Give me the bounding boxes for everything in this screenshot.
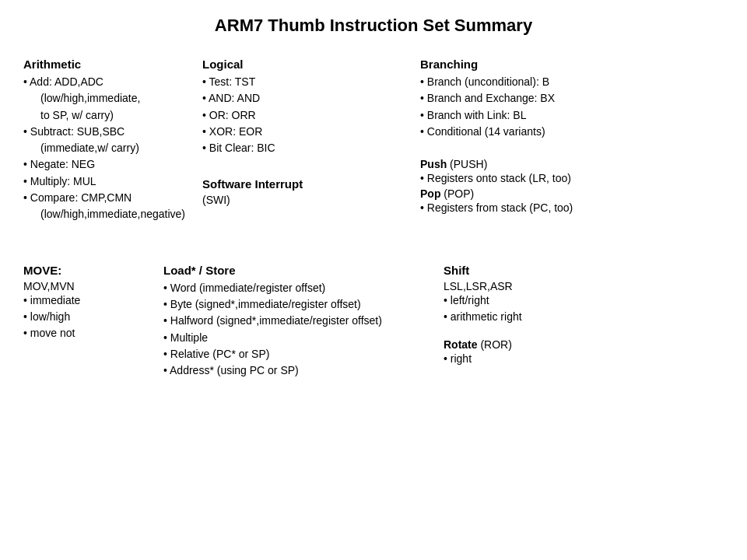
list-item: left/right — [444, 292, 677, 308]
page-title: ARM7 Thumb Instruction Set Summary — [23, 16, 724, 36]
list-item: Add: ADD,ADC — [23, 74, 187, 89]
list-item: Conditional (14 variants) — [420, 124, 685, 139]
list-item: Halfword (signed*,immediate/register off… — [163, 313, 428, 328]
rotate-list: right — [444, 351, 677, 366]
list-item: move not — [23, 325, 148, 341]
list-item: AND: AND — [202, 90, 405, 106]
list-item: Bit Clear: BIC — [202, 140, 405, 156]
rotate-bold: Rotate — [444, 338, 478, 351]
branching-heading: Branching — [420, 58, 685, 71]
pop-bold: Pop — [420, 187, 440, 200]
move-section: MOVE: MOV,MVN immediate low/high move no… — [23, 264, 148, 380]
shift-rotate-col: Shift LSL,LSR,ASR left/right arithmetic … — [444, 264, 677, 380]
list-item: Compare: CMP,CMN — [23, 190, 187, 205]
list-item: right — [444, 351, 677, 366]
load-store-list: Word (immediate/register offset) Byte (s… — [163, 280, 428, 379]
list-item: XOR: EOR — [202, 124, 405, 139]
rotate-heading-line: Rotate (ROR) — [444, 338, 677, 351]
list-item: immediate — [23, 292, 148, 308]
push-pop-section: Push (PUSH) Registers onto stack (LR, to… — [420, 158, 685, 216]
push-heading-line: Push (PUSH) — [420, 158, 685, 170]
list-item: (low/high,immediate,negative) — [23, 206, 187, 222]
top-grid: Arithmetic Add: ADD,ADC (low/high,immedi… — [23, 58, 724, 242]
list-item: Registers onto stack (LR, too) — [420, 170, 685, 186]
move-list: immediate low/high move not — [23, 292, 148, 341]
list-item: Branch (unconditional): B — [420, 74, 685, 89]
shift-heading: Shift — [444, 264, 677, 277]
list-item: Branch with Link: BL — [420, 107, 685, 123]
shift-section: Shift LSL,LSR,ASR left/right arithmetic … — [444, 264, 677, 325]
list-item: OR: ORR — [202, 107, 405, 123]
list-item: Relative (PC* or SP) — [163, 346, 428, 362]
pop-heading-line: Pop (POP) — [420, 187, 685, 200]
push-paren: (PUSH) — [447, 158, 487, 170]
load-store-heading: Load* / Store — [163, 264, 428, 277]
arithmetic-heading: Arithmetic — [23, 58, 187, 71]
logical-section: Logical Test: TST AND: AND OR: ORR XOR: … — [202, 58, 405, 156]
list-item: Multiply: MUL — [23, 173, 187, 189]
move-heading: MOVE: — [23, 264, 148, 277]
list-item: arithmetic right — [444, 309, 677, 324]
logical-heading: Logical — [202, 58, 405, 71]
list-item: Registers from stack (PC, too) — [420, 200, 685, 215]
software-interrupt-section: Software Interrupt (SWI) — [202, 177, 405, 206]
list-item: Negate: NEG — [23, 156, 187, 172]
shift-line1: LSL,LSR,ASR — [444, 280, 677, 292]
rotate-paren: (ROR) — [478, 338, 512, 351]
list-item: Word (immediate/register offset) — [163, 280, 428, 296]
pop-paren: (POP) — [440, 187, 474, 200]
swi-heading: Software Interrupt — [202, 177, 405, 191]
logical-list: Test: TST AND: AND OR: ORR XOR: EOR Bit … — [202, 74, 405, 156]
shift-list: left/right arithmetic right — [444, 292, 677, 325]
right-top-col: Branching Branch (unconditional): B Bran… — [420, 58, 685, 223]
rotate-section: Rotate (ROR) right — [444, 338, 677, 366]
list-item: Multiple — [163, 330, 428, 345]
list-item: Subtract: SUB,SBC — [23, 124, 187, 139]
load-store-section: Load* / Store Word (immediate/register o… — [163, 264, 428, 380]
middle-top-col: Logical Test: TST AND: AND OR: ORR XOR: … — [202, 58, 405, 223]
branching-list: Branch (unconditional): B Branch and Exc… — [420, 74, 685, 139]
list-item: Byte (signed*,immediate/register offset) — [163, 296, 428, 312]
list-item: (immediate,w/ carry) — [23, 140, 187, 156]
branching-section: Branching Branch (unconditional): B Bran… — [420, 58, 685, 139]
list-item: to SP, w/ carry) — [23, 107, 187, 123]
page: ARM7 Thumb Instruction Set Summary Arith… — [0, 0, 747, 560]
list-item: Test: TST — [202, 74, 405, 89]
move-line1: MOV,MVN — [23, 280, 148, 292]
swi-subheading: (SWI) — [202, 194, 405, 206]
list-item: (low/high,immediate, — [23, 90, 187, 106]
list-item: Branch and Exchange: BX — [420, 90, 685, 106]
list-item: low/high — [23, 309, 148, 324]
push-bold: Push — [420, 158, 447, 170]
arithmetic-section: Arithmetic Add: ADD,ADC (low/high,immedi… — [23, 58, 187, 223]
arithmetic-list: Add: ADD,ADC (low/high,immediate, to SP,… — [23, 74, 187, 222]
bottom-grid: MOVE: MOV,MVN immediate low/high move no… — [23, 264, 724, 380]
list-item: Address* (using PC or SP) — [163, 362, 428, 378]
